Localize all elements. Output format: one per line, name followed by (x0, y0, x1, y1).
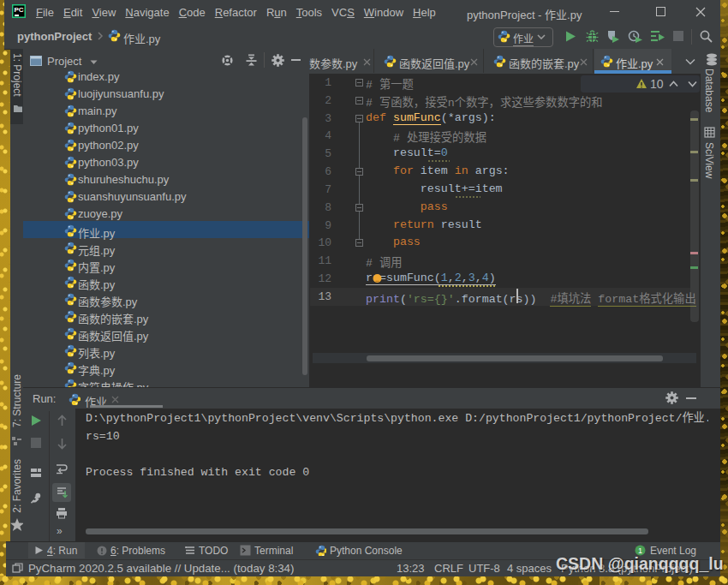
svg-text:1: 1 (638, 546, 642, 555)
